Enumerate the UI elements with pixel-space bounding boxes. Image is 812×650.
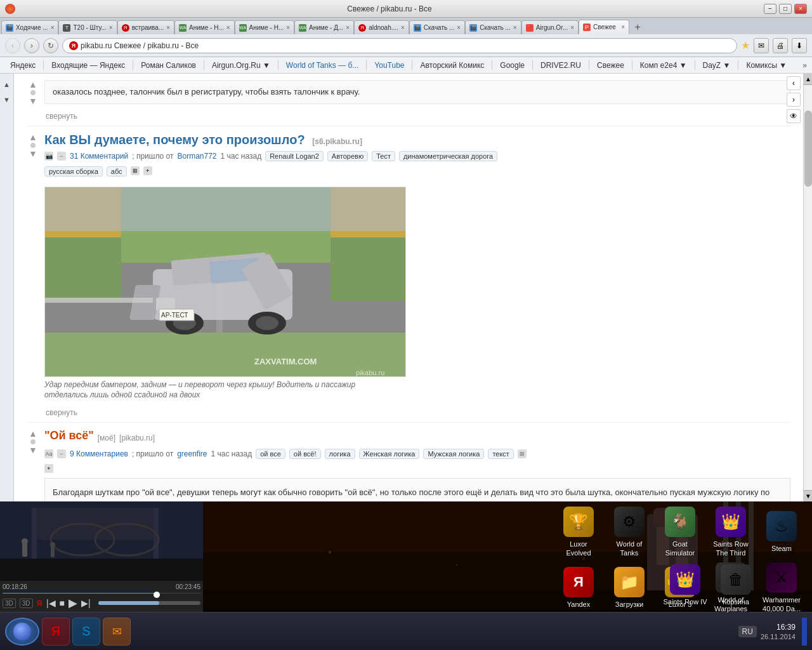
tab-6-close[interactable]: × [346, 24, 350, 31]
post-1-author[interactable]: Borman772 [178, 152, 217, 161]
tab-11-active[interactable]: P Свежее × [579, 20, 629, 34]
share-icon[interactable]: ⊞ [131, 166, 140, 175]
bookmark-inbox[interactable]: Входящие — Яндекс [46, 59, 130, 72]
tag-russian[interactable]: русская сборка [44, 166, 103, 176]
tag-oy-vse[interactable]: ой все [256, 449, 285, 459]
tab-4-close[interactable]: × [226, 24, 230, 31]
desktop-icon-goat[interactable]: 🐐 GoatSimulator [655, 504, 705, 560]
volume-bar[interactable] [98, 601, 200, 605]
language-indicator[interactable]: RU [738, 626, 757, 637]
start-button[interactable] [5, 618, 39, 646]
tab-8-close[interactable]: × [457, 24, 461, 31]
tag-logika[interactable]: логика [325, 449, 355, 459]
desktop-icon-downloads[interactable]: 📁 Загрузки [604, 560, 655, 616]
desktop-icon-trash[interactable]: 🗑 Корзина [710, 557, 761, 613]
vote-down-prev[interactable]: ▼ [29, 96, 37, 105]
tag-test[interactable]: Тест [372, 151, 395, 161]
vote-down-2[interactable]: ▼ [29, 446, 37, 454]
minus-icon[interactable]: − [57, 152, 66, 161]
back-button[interactable]: ‹ [5, 38, 20, 53]
close-button[interactable]: × [794, 4, 807, 14]
minimize-button[interactable]: − [764, 4, 776, 14]
tab-1[interactable]: 🎬 Ходячие ... × [1, 20, 58, 34]
play-button[interactable]: ▶ [69, 596, 77, 610]
prev-button[interactable]: |◀ [46, 598, 56, 608]
desktop-icon-saints3[interactable]: 👑 Saints RowThe Third [705, 504, 756, 560]
tag-mlogika[interactable]: Мужская логика [423, 449, 484, 459]
tag-renault[interactable]: Renault Logan2 [265, 151, 324, 161]
print-icon[interactable]: 🖨 [773, 38, 788, 53]
scroll-up-button[interactable]: ▲ [1, 79, 13, 90]
desktop-icon-yandex[interactable]: Я Yandex [553, 560, 604, 616]
tab-9-close[interactable]: × [513, 24, 517, 31]
bookmark-dayz[interactable]: DayZ ▼ [698, 59, 736, 72]
media-yandex-icon[interactable]: Я [37, 599, 43, 608]
taskbar-yandex[interactable]: Я [42, 618, 70, 646]
tab-1-close[interactable]: × [51, 24, 55, 31]
vote-up-2[interactable]: ▲ [29, 429, 37, 438]
post-2-tag-pikabu[interactable]: [pikabu.ru] [119, 434, 155, 442]
tag-autorev[interactable]: Авторевю [327, 151, 368, 161]
scroll-down-arrow[interactable]: ▼ [804, 490, 812, 501]
bookmark-comp[interactable]: Комп e2e4 ▼ [635, 59, 692, 72]
refresh-button[interactable]: ↻ [43, 38, 58, 53]
collapse-button-1[interactable]: свернуть [46, 112, 790, 121]
download-icon[interactable]: ⬇ [792, 38, 807, 53]
desktop-icon-wh[interactable]: ⚔ Warhammer40,000 Da... [756, 560, 807, 616]
tab-5[interactable]: WA Аниме - Н... × [235, 20, 295, 34]
post-1-title[interactable]: Как ВЫ думаете, почему это произошло? [s… [44, 133, 790, 147]
scroll-up-arrow[interactable]: ▲ [804, 74, 812, 85]
tab-7-close[interactable]: × [401, 24, 405, 31]
vol-button[interactable]: 3D [20, 599, 33, 608]
tab-11-close[interactable]: × [621, 23, 625, 30]
tag-dynamo[interactable]: динамометрическая дорога [399, 151, 497, 161]
bookmark-google[interactable]: Google [495, 59, 530, 72]
maximize-button[interactable]: □ [779, 4, 792, 14]
address-input[interactable]: Я pikabu.ru Свежее / pikabu.ru - Все [62, 38, 737, 53]
tab-6[interactable]: WA Аниме - Д... × [294, 20, 354, 34]
bookmark-roman[interactable]: Роман Саликов [136, 59, 201, 72]
desktop-icon-saints4[interactable]: 👑 Saints Row IV [660, 557, 710, 613]
bookmark-wot[interactable]: World of Tanks — б... [281, 59, 363, 72]
tab-2-close[interactable]: × [109, 24, 113, 31]
tab-9[interactable]: 🎬 Скачать ... × [465, 20, 521, 34]
bookmarks-more[interactable]: » [802, 61, 807, 70]
vote-down-1[interactable]: ▼ [29, 149, 37, 158]
3d-button[interactable]: 3D [3, 599, 16, 608]
clock[interactable]: 16:39 26.11.2014 [761, 622, 796, 640]
nav-eye-button[interactable]: 👁 [787, 109, 801, 123]
post-2-title[interactable]: "Ой всё" [44, 429, 94, 442]
scroll-thumb[interactable] [804, 110, 812, 187]
bookmark-icon[interactable]: ⊞ [518, 449, 527, 458]
minus-icon-2[interactable]: − [57, 449, 66, 458]
vote-up-prev[interactable]: ▲ [29, 80, 37, 89]
tag-abs[interactable]: абс [107, 166, 127, 176]
mail-icon[interactable]: ✉ [754, 38, 769, 53]
tab-3-close[interactable]: × [166, 24, 170, 31]
scroll-down-button[interactable]: ▼ [1, 94, 13, 105]
taskbar-skype[interactable]: S [72, 618, 100, 646]
nav-left-button[interactable]: ‹ [787, 76, 801, 90]
tab-7[interactable]: Я aldnoah.... × [354, 20, 409, 34]
plus-icon[interactable]: + [143, 166, 152, 175]
tab-10-close[interactable]: × [570, 24, 574, 31]
taskbar-mail[interactable]: ✉ [103, 618, 131, 646]
tab-5-close[interactable]: × [286, 24, 290, 31]
tab-3[interactable]: Я встраива... × [117, 20, 174, 34]
show-desktop-button[interactable] [802, 618, 807, 646]
collapse-button-2[interactable]: свернуть [46, 408, 790, 417]
tag-zhlogika[interactable]: Женская логика [359, 449, 420, 459]
post-2-tag-moe[interactable]: [моё] [98, 434, 115, 442]
bookmark-yandex[interactable]: Яндекс [5, 59, 41, 72]
nav-right-button[interactable]: › [787, 93, 801, 107]
bookmark-comics[interactable]: Авторский Комикс [415, 59, 489, 72]
next-button[interactable]: ▶| [81, 598, 91, 608]
new-tab-button[interactable]: + [629, 20, 646, 34]
post-2-author[interactable]: greenfire [177, 449, 207, 458]
tag-oy-vsyo[interactable]: ой всё! [289, 449, 321, 459]
bookmark-youtube[interactable]: YouTube [369, 59, 409, 72]
media-progress-thumb[interactable] [154, 592, 160, 598]
post-2-comments[interactable]: 9 Комментариев [70, 449, 128, 458]
tab-8[interactable]: 🎬 Скачать ... × [409, 20, 465, 34]
tab-2[interactable]: T T20 - Шту... × [58, 20, 117, 34]
